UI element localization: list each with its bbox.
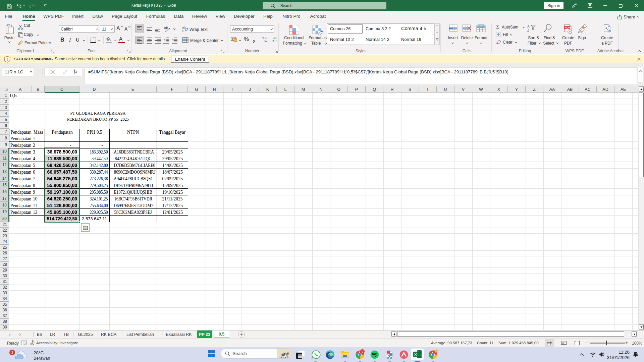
svg-text:¢: ¢	[231, 37, 233, 41]
svg-text:Z: Z	[527, 28, 529, 32]
svg-text:A: A	[527, 24, 530, 28]
svg-text:c: c	[182, 29, 184, 32]
svg-text:PDF: PDF	[565, 26, 570, 29]
svg-text:ab: ab	[164, 26, 168, 30]
svg-text:A: A	[605, 26, 607, 30]
svg-text:0: 0	[276, 40, 277, 43]
svg-text:X: X	[414, 353, 417, 357]
svg-text:z: z	[636, 352, 637, 355]
svg-text:.00: .00	[263, 40, 267, 43]
svg-text:0: 0	[265, 37, 267, 40]
svg-text:.00: .00	[273, 37, 277, 40]
